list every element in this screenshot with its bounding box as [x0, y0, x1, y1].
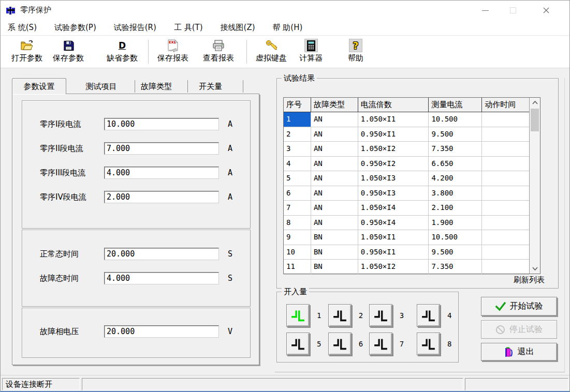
cell-current[interactable]: 4.200	[429, 171, 482, 186]
cell-multiplier[interactable]: 0.950×I2	[358, 157, 429, 172]
cell-seq[interactable]: 1	[284, 112, 311, 127]
cell-current[interactable]: 9.500	[429, 127, 482, 142]
col-action-time[interactable]: 动作时间	[482, 98, 529, 112]
cell-fault-type[interactable]: AN	[311, 171, 358, 186]
cell-multiplier[interactable]: 0.950×I1	[358, 127, 429, 142]
table-row[interactable]: 8AN0.950×I41.900	[284, 216, 529, 231]
switch-button-6[interactable]	[328, 333, 352, 355]
switch-button-8[interactable]	[417, 333, 440, 355]
menu-tools[interactable]: 工 具(T)	[174, 23, 203, 33]
table-row[interactable]: 5AN1.050×I34.200	[284, 171, 529, 186]
switch-button-2[interactable]	[328, 304, 352, 327]
cell-seq[interactable]: 7	[284, 201, 311, 216]
refresh-list-button[interactable]: 刷新列表	[514, 275, 545, 285]
cell-multiplier[interactable]: 1.050×I1	[358, 112, 429, 127]
save-report-button[interactable]: EXL 保存报表	[153, 38, 193, 66]
table-row[interactable]: 4AN0.950×I26.650	[284, 157, 529, 172]
cell-fault-type[interactable]: BN	[311, 230, 358, 245]
cell-seq[interactable]: 2	[284, 127, 311, 142]
cell-multiplier[interactable]: 1.050×I4	[358, 201, 429, 216]
cell-seq[interactable]: 8	[284, 216, 311, 231]
switch-button-5[interactable]	[286, 333, 310, 355]
table-row[interactable]: 3AN1.050×I27.350	[284, 142, 529, 157]
cell-fault-type[interactable]: AN	[311, 142, 358, 157]
col-current-multiple[interactable]: 电流倍数	[358, 98, 429, 112]
zero-seq-2-current-input[interactable]	[104, 142, 219, 155]
start-test-button[interactable]: 开始试验	[481, 297, 557, 316]
cell-fault-type[interactable]: AN	[311, 127, 358, 142]
cell-time[interactable]	[482, 260, 529, 275]
zero-seq-3-current-input[interactable]	[104, 167, 219, 179]
cell-multiplier[interactable]: 0.950×I3	[358, 186, 429, 201]
cell-time[interactable]	[482, 230, 529, 245]
scrollbar-thumb[interactable]	[531, 109, 539, 131]
switch-button-1[interactable]	[286, 304, 310, 327]
stop-test-button[interactable]: 停止试验	[481, 320, 557, 339]
switch-button-7[interactable]	[369, 333, 392, 355]
menu-help[interactable]: 帮 助(H)	[273, 23, 303, 33]
cell-time[interactable]	[482, 157, 529, 172]
table-row[interactable]: 9BN1.050×I110.500	[284, 230, 529, 245]
cell-fault-type[interactable]: AN	[311, 201, 358, 216]
close-button[interactable]	[534, 1, 558, 20]
zero-seq-1-current-input[interactable]	[104, 118, 219, 130]
cell-fault-type[interactable]: BN	[311, 245, 358, 260]
scroll-down-icon[interactable]	[530, 264, 540, 274]
cell-time[interactable]	[482, 127, 529, 142]
normal-state-time-input[interactable]	[104, 248, 219, 260]
table-row[interactable]: 7AN1.050×I42.100	[284, 201, 529, 216]
cell-seq[interactable]: 6	[284, 186, 311, 201]
cell-multiplier[interactable]: 1.050×I2	[358, 142, 429, 157]
cell-seq[interactable]: 5	[284, 171, 311, 186]
calculator-button[interactable]: 计算器	[295, 38, 328, 66]
maximize-button[interactable]	[501, 1, 525, 20]
fault-phase-voltage-input[interactable]	[104, 325, 219, 338]
cell-time[interactable]	[482, 216, 529, 231]
menu-test-report[interactable]: 试验报告(R)	[114, 23, 156, 33]
cell-current[interactable]: 2.100	[429, 201, 482, 216]
zero-seq-4-current-input[interactable]	[104, 191, 219, 203]
cell-seq[interactable]: 9	[284, 230, 311, 245]
cell-time[interactable]	[482, 201, 529, 216]
default-params-button[interactable]: D 缺省参数	[101, 38, 143, 66]
col-fault-type[interactable]: 故障类型	[311, 98, 358, 112]
cell-time[interactable]	[482, 142, 529, 157]
help-button[interactable]: ? 帮助	[341, 38, 370, 66]
table-row[interactable]: 11BN1.050×I27.350	[284, 260, 529, 275]
cell-time[interactable]	[482, 186, 529, 201]
cell-time[interactable]	[482, 112, 529, 127]
cell-fault-type[interactable]: BN	[311, 260, 358, 275]
cell-multiplier[interactable]: 1.050×I1	[358, 230, 429, 245]
menu-wiring-diagram[interactable]: 接线图(Z)	[221, 23, 255, 33]
menu-system[interactable]: 系 统(S)	[8, 23, 37, 33]
cell-seq[interactable]: 11	[284, 260, 311, 275]
cell-current[interactable]: 7.350	[429, 260, 482, 275]
cell-multiplier[interactable]: 0.950×I1	[358, 245, 429, 260]
table-scrollbar[interactable]	[529, 98, 540, 274]
exit-button[interactable]: 退出	[481, 343, 557, 361]
cell-current[interactable]: 1.900	[429, 216, 482, 231]
cell-fault-type[interactable]: AN	[311, 157, 358, 172]
menu-test-params[interactable]: 试验参数(P)	[54, 23, 96, 33]
minimize-button[interactable]	[473, 1, 497, 20]
switch-button-3[interactable]	[369, 304, 392, 327]
cell-seq[interactable]: 10	[284, 245, 311, 260]
cell-current[interactable]: 3.800	[429, 186, 482, 201]
table-row[interactable]: 1AN1.050×I110.500	[284, 112, 529, 127]
cell-multiplier[interactable]: 1.050×I3	[358, 171, 429, 186]
cell-current[interactable]: 6.650	[429, 157, 482, 172]
tab-param-settings[interactable]: 参数设置	[12, 78, 66, 94]
col-seq[interactable]: 序号	[284, 98, 311, 112]
cell-fault-type[interactable]: AN	[311, 186, 358, 201]
open-params-button[interactable]: 打开参数	[7, 38, 47, 66]
cell-time[interactable]	[482, 171, 529, 186]
cell-fault-type[interactable]: AN	[311, 112, 358, 127]
table-row[interactable]: 6AN0.950×I33.800	[284, 186, 529, 201]
scroll-up-icon[interactable]	[530, 98, 540, 108]
cell-current[interactable]: 10.500	[429, 230, 482, 245]
cell-seq[interactable]: 3	[284, 142, 311, 157]
save-params-button[interactable]: 保存参数	[48, 38, 89, 66]
cell-seq[interactable]: 4	[284, 157, 311, 172]
view-report-button[interactable]: 查看报表	[198, 38, 239, 66]
cell-current[interactable]: 7.350	[429, 142, 482, 157]
